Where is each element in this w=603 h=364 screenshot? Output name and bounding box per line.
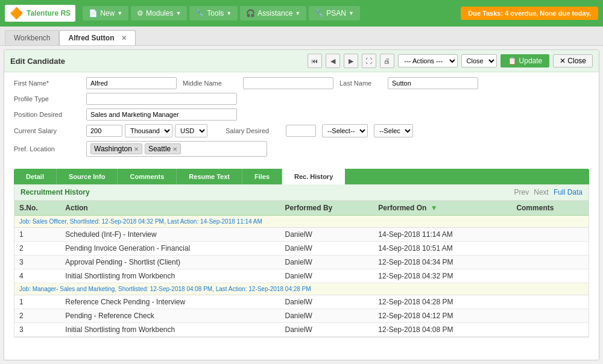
new-button[interactable]: 📄 New ▼ bbox=[83, 6, 128, 20]
col-performed-on[interactable]: Performed On ▼ bbox=[373, 201, 511, 216]
cell-sno: 4 bbox=[14, 269, 60, 283]
tag-seattle-close[interactable]: ✕ bbox=[172, 146, 177, 152]
cell-performed_on: 14-Sep-2018 10:51 AM bbox=[373, 242, 511, 256]
navbar: 🔶 Talenture RS 📄 New ▼ ⚙ Modules ▼ 🔧 Too… bbox=[0, 0, 603, 27]
toolbar-next-icon[interactable]: ▶ bbox=[344, 54, 358, 68]
salary-desired-select1[interactable]: --Select-- bbox=[322, 124, 368, 137]
cell-action: Pending - Reference Check bbox=[60, 309, 280, 323]
full-data-nav[interactable]: Full Data bbox=[554, 188, 582, 196]
position-desired-input[interactable] bbox=[86, 108, 237, 121]
table-row: 3Initial Shortlisting from WorkbenchDani… bbox=[14, 323, 589, 337]
tab-resume-text[interactable]: Resume Text bbox=[177, 169, 242, 184]
tag-washington: Washington ✕ bbox=[90, 143, 142, 154]
profile-type-input[interactable] bbox=[86, 93, 237, 105]
first-name-input[interactable] bbox=[86, 77, 177, 89]
table-row: 1Reference Check Pending - InterviewDani… bbox=[14, 295, 589, 309]
prev-nav[interactable]: Prev bbox=[514, 188, 529, 196]
salary-unit-select[interactable]: Thousand bbox=[125, 124, 172, 137]
assistance-label: Assistance bbox=[257, 9, 292, 17]
cell-sno: 2 bbox=[14, 242, 60, 256]
psan-button[interactable]: 🔧 PSAN ▼ bbox=[309, 6, 360, 20]
cell-performed_by: DanielW bbox=[280, 242, 374, 256]
new-label: New bbox=[100, 9, 115, 17]
modules-button[interactable]: ⚙ Modules ▼ bbox=[131, 6, 187, 20]
current-salary-input[interactable] bbox=[86, 125, 122, 137]
cell-sno: 3 bbox=[14, 323, 60, 337]
cell-performed_on: 12-Sep-2018 04:34 PM bbox=[373, 256, 511, 269]
col-action: Action bbox=[60, 201, 280, 216]
toolbar-expand-icon[interactable]: ⛶ bbox=[362, 54, 376, 68]
middle-name-label: Middle Name bbox=[183, 80, 237, 87]
next-nav[interactable]: Next bbox=[534, 188, 549, 196]
toolbar-print-icon[interactable]: 🖨 bbox=[380, 54, 394, 68]
form-section: First Name* Middle Name Last Name Profil… bbox=[4, 72, 599, 165]
col-performed-by: Performed By bbox=[280, 201, 374, 216]
cell-sno: 2 bbox=[14, 309, 60, 323]
tools-label: Tools bbox=[207, 9, 224, 17]
cell-sno: 3 bbox=[14, 256, 60, 269]
tools-button[interactable]: 🔧 Tools ▼ bbox=[189, 6, 238, 20]
cell-performed_by: DanielW bbox=[280, 228, 374, 242]
tab-detail[interactable]: Detail bbox=[14, 169, 57, 184]
location-tag-container[interactable]: Washington ✕ Seattle ✕ bbox=[86, 141, 267, 157]
current-salary-label: Current Salary bbox=[14, 127, 80, 134]
cell-action: Initial Shortlisting from Workbench bbox=[60, 323, 280, 337]
tab-comments[interactable]: Comments bbox=[118, 169, 177, 184]
salary-desired-select2[interactable]: --Selec bbox=[374, 124, 413, 137]
toolbar-prev-icon[interactable]: ◀ bbox=[326, 54, 340, 68]
page-title: Edit Candidate bbox=[10, 57, 304, 66]
new-arrow: ▼ bbox=[117, 10, 122, 16]
tab-workbench-label: Workbench bbox=[14, 34, 50, 42]
job-link-row[interactable]: Job: Manager- Sales and Marketing, Short… bbox=[14, 283, 589, 295]
cell-action: Scheduled (Int-F) - Interview bbox=[60, 228, 280, 242]
psan-icon: 🔧 bbox=[315, 9, 324, 17]
update-button[interactable]: 📋 Update bbox=[500, 54, 550, 67]
cell-performed_on: 12-Sep-2018 04:08 PM bbox=[373, 323, 511, 337]
position-desired-row: Position Desired bbox=[14, 108, 589, 121]
close-button[interactable]: ✕ Close bbox=[553, 54, 593, 67]
tab-close-icon[interactable]: ✕ bbox=[121, 34, 127, 42]
tab-rec-history[interactable]: Rec. History bbox=[282, 169, 345, 184]
modules-label: Modules bbox=[146, 9, 173, 17]
cell-performed_by: DanielW bbox=[280, 269, 374, 283]
salary-desired-label: Salary Desired bbox=[226, 127, 280, 134]
tab-workbench[interactable]: Workbench bbox=[5, 30, 59, 45]
toolbar-first-icon[interactable]: ⏮ bbox=[308, 54, 322, 68]
brand-logo: 🔶 Talenture RS bbox=[5, 5, 75, 22]
cell-performed_on: 12-Sep-2018 04:12 PM bbox=[373, 309, 511, 323]
cell-sno: 1 bbox=[14, 295, 60, 309]
cell-comments bbox=[511, 269, 589, 283]
rec-history-title: Recruitment History bbox=[21, 188, 90, 196]
rec-history-header: Recruitment History Prev Next Full Data bbox=[14, 184, 589, 201]
tab-source-info[interactable]: Source Info bbox=[57, 169, 118, 184]
psan-arrow: ▼ bbox=[349, 10, 354, 16]
last-name-input[interactable] bbox=[388, 77, 478, 89]
rec-history-nav: Prev Next Full Data bbox=[514, 188, 582, 196]
middle-name-input[interactable] bbox=[243, 77, 333, 89]
close-button-label: Close bbox=[567, 57, 586, 65]
salary-desired-input[interactable] bbox=[286, 125, 316, 137]
cell-performed_on: 12-Sep-2018 04:32 PM bbox=[373, 269, 511, 283]
tab-alfred-sutton[interactable]: Alfred Sutton ✕ bbox=[59, 30, 135, 45]
tag-washington-close[interactable]: ✕ bbox=[134, 146, 139, 152]
tabbar: Workbench Alfred Sutton ✕ bbox=[0, 27, 603, 46]
cell-performed_by: DanielW bbox=[280, 323, 374, 337]
cell-performed_on: 12-Sep-2018 04:28 PM bbox=[373, 295, 511, 309]
actions-dropdown[interactable]: --- Actions --- bbox=[398, 54, 458, 67]
salary-currency-select[interactable]: USD bbox=[175, 124, 207, 137]
due-tasks-badge: Due Tasks: 4 overdue, None due today. bbox=[461, 7, 598, 20]
modules-arrow: ▼ bbox=[175, 10, 181, 16]
tab-files[interactable]: Files bbox=[242, 169, 282, 184]
assistance-button[interactable]: 🎧 Assistance ▼ bbox=[240, 6, 306, 20]
edit-candidate-bar: Edit Candidate ⏮ ◀ ▶ ⛶ 🖨 --- Actions ---… bbox=[4, 50, 599, 72]
profile-type-row: Profile Type bbox=[14, 93, 589, 105]
rec-history-table: S.No. Action Performed By Performed On ▼… bbox=[14, 201, 589, 337]
table-row: 1Scheduled (Int-F) - InterviewDanielW14-… bbox=[14, 228, 589, 242]
profile-type-label: Profile Type bbox=[14, 95, 80, 102]
table-row: 2Pending - Reference CheckDanielW12-Sep-… bbox=[14, 309, 589, 323]
job-link-row[interactable]: Job: Sales Officer, Shortlisted: 12-Sep-… bbox=[14, 216, 589, 228]
tag-seattle-text: Seattle bbox=[148, 145, 171, 153]
close-dropdown[interactable]: Close bbox=[461, 54, 497, 67]
cell-performed_by: DanielW bbox=[280, 309, 374, 323]
close-x-icon: ✕ bbox=[560, 57, 566, 65]
